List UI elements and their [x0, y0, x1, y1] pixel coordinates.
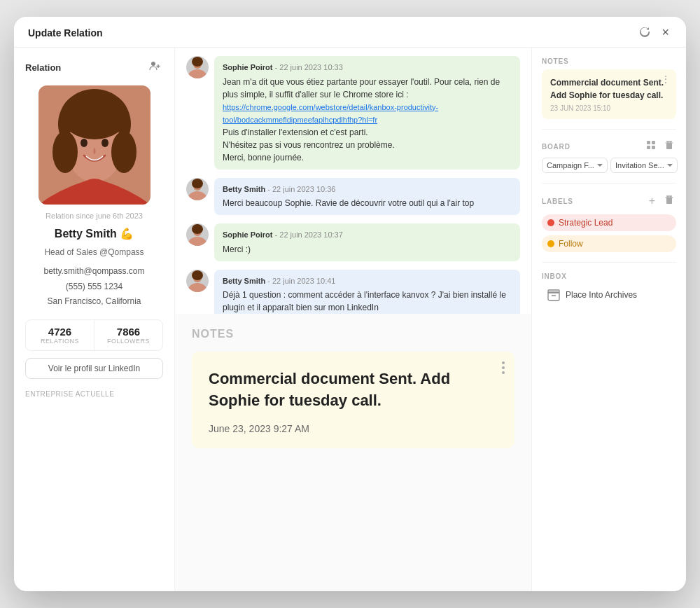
relations-label: RELATIONS: [29, 338, 91, 345]
svg-rect-24: [647, 146, 650, 149]
middle-panel: Sophie Poirot - 22 juin 2023 10:33 Jean …: [175, 48, 532, 591]
svg-rect-22: [647, 141, 650, 144]
chat-sender-4: Betty Smith - 22 juin 2023 10:41: [223, 275, 512, 287]
contact-location: San Francisco, California: [25, 294, 163, 310]
chat-sender-2: Betty Smith - 22 juin 2023 10:36: [223, 184, 512, 195]
chat-text-3: Merci :): [223, 243, 512, 256]
chat-text-1: Jean m'a dit que vous étiez partante pou…: [223, 76, 512, 164]
divider-1: [542, 129, 676, 130]
contact-email: betty.smith@qompass.com: [25, 264, 163, 279]
chat-message-1: Sophie Poirot - 22 juin 2023 10:33 Jean …: [186, 56, 520, 170]
label-actions: +: [646, 193, 676, 209]
chat-message-4: Betty Smith - 22 juin 2023 10:41 Déjà 1 …: [186, 270, 520, 315]
svg-point-9: [52, 131, 78, 173]
follow-label-text: Follow: [559, 239, 583, 249]
top-bar: Update Relation ×: [14, 17, 686, 48]
remove-label-button[interactable]: [662, 193, 676, 209]
chat-text-4: Déjà 1 question : comment accéder à l'in…: [223, 289, 512, 314]
svg-rect-26: [666, 143, 672, 149]
chat-avatar-sophie-2: [186, 223, 209, 246]
divider-3: [542, 262, 676, 263]
chat-bubble-4: Betty Smith - 22 juin 2023 10:41 Déjà 1 …: [214, 270, 520, 315]
contact-name: Betty Smith 💪: [25, 227, 163, 240]
svg-point-17: [192, 224, 203, 234]
divider-2: [542, 183, 676, 184]
stat-followers: 7866 FOLLOWERS: [94, 320, 162, 350]
chat-message-2: Betty Smith - 22 juin 2023 10:36 Merci b…: [186, 178, 520, 216]
relation-label: Relation: [25, 62, 61, 73]
relation-action-button[interactable]: [146, 59, 163, 76]
board-campaign-select[interactable]: Campaign F...: [542, 158, 608, 173]
rp-note-text: Commercial document Sent. Add Sophie for…: [550, 76, 668, 102]
rp-labels-title: LABELS: [542, 198, 573, 205]
rp-notes-title: NOTES: [542, 57, 676, 65]
svg-point-13: [192, 57, 203, 67]
notes-section: NOTES Commercial document Sent. Add Soph…: [175, 314, 531, 591]
rp-inbox-section: INBOX Place Into Archives: [542, 272, 676, 305]
inbox-archive-label: Place Into Archives: [566, 290, 637, 300]
linkedin-button[interactable]: Voir le profil sur LinkedIn: [25, 358, 163, 379]
contact-info: betty.smith@qompass.com (555) 555 1234 S…: [25, 264, 163, 310]
grid-icon: [646, 140, 656, 150]
note-menu-button[interactable]: [502, 361, 505, 374]
chat-avatar-sophie-1: [186, 56, 209, 78]
rp-note-menu[interactable]: ⋮: [661, 74, 671, 85]
modal-title: Update Relation: [28, 27, 103, 39]
relations-count: 4726: [29, 326, 91, 338]
avatar: [38, 85, 150, 205]
followers-label: FOLLOWERS: [97, 338, 160, 345]
board-actions: [644, 139, 676, 153]
refresh-button[interactable]: [636, 25, 653, 41]
chrome-link[interactable]: https://chrome.google.com/webstore/detai…: [223, 103, 438, 124]
board-invitation-select[interactable]: Invitation Se...: [610, 158, 678, 173]
chat-bubble-2: Betty Smith - 22 juin 2023 10:36 Merci b…: [214, 178, 520, 216]
chat-area[interactable]: Sophie Poirot - 22 juin 2023 10:33 Jean …: [175, 48, 531, 314]
trash-label-icon: [664, 195, 674, 205]
svg-point-15: [192, 179, 203, 188]
board-trash-button[interactable]: [662, 139, 676, 153]
rp-notes-section: NOTES ⋮ Commercial document Sent. Add So…: [542, 57, 676, 119]
strategic-label-text: Strategic Lead: [559, 218, 612, 228]
follow-dot: [547, 240, 554, 247]
add-label-button[interactable]: +: [646, 193, 658, 209]
close-button[interactable]: ×: [659, 24, 672, 41]
trash-icon: [664, 140, 674, 150]
svg-point-6: [80, 139, 88, 147]
note-card-text: Commercial document Sent. Add Sophie for…: [209, 368, 498, 412]
relation-since: Relation since june 6th 2023: [25, 212, 163, 220]
chat-message-3: Sophie Poirot - 22 juin 2023 10:37 Merci…: [186, 223, 520, 261]
right-panel: NOTES ⋮ Commercial document Sent. Add So…: [532, 48, 686, 591]
label-strategic-lead[interactable]: Strategic Lead: [542, 214, 676, 231]
svg-rect-37: [548, 290, 559, 293]
note-card-date: June 23, 2023 9:27 AM: [209, 423, 498, 434]
svg-point-7: [102, 139, 108, 147]
stats-row: 4726 RELATIONS 7866 FOLLOWERS: [25, 319, 163, 351]
rp-board-section: BOARD: [542, 139, 676, 173]
svg-point-10: [111, 131, 136, 173]
rp-labels-section: LABELS +: [542, 193, 676, 252]
label-follow[interactable]: Follow: [542, 235, 676, 252]
board-grid-button[interactable]: [644, 139, 658, 153]
inbox-archive-item[interactable]: Place Into Archives: [542, 284, 676, 305]
main-layout: Relation: [14, 48, 686, 591]
archive-icon: [547, 289, 560, 301]
svg-rect-25: [652, 146, 655, 149]
rp-note-date: 23 JUN 2023 15:10: [550, 104, 668, 112]
top-bar-icons: ×: [636, 24, 672, 41]
rp-note-widget: ⋮ Commercial document Sent. Add Sophie f…: [542, 69, 676, 119]
labels-header: LABELS +: [542, 193, 676, 209]
followers-count: 7866: [97, 326, 160, 338]
company-section-label: ENTREPRISE ACTUELLE: [25, 390, 163, 398]
chat-avatar-betty-1: [186, 178, 209, 200]
svg-point-0: [151, 62, 155, 66]
note-dot-1: [502, 361, 505, 364]
board-selects-row: Campaign F... Invitation Se...: [542, 158, 676, 173]
note-dot-3: [502, 371, 505, 374]
chat-sender-1: Sophie Poirot - 22 juin 2023 10:33: [223, 62, 512, 74]
note-dot-2: [502, 366, 505, 369]
rp-board-title: BOARD: [542, 143, 570, 151]
relation-header: Relation: [25, 59, 163, 76]
svg-rect-31: [666, 198, 672, 204]
avatar-image: [38, 85, 150, 205]
svg-rect-36: [548, 292, 559, 300]
